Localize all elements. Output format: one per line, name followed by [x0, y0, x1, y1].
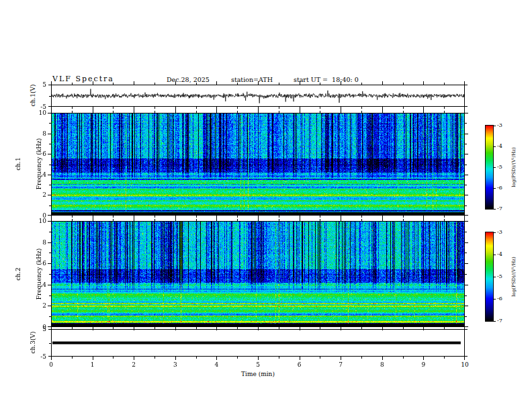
tick-label: 8 — [380, 362, 384, 368]
tick-mark — [48, 329, 51, 330]
tick-mark — [196, 111, 197, 113]
tick-mark — [49, 343, 51, 344]
tick-mark — [237, 107, 238, 109]
ch1-spectrogram-panel — [51, 113, 465, 216]
tick-mark — [465, 316, 467, 317]
tick-label: 4 — [215, 362, 219, 368]
tick-mark — [175, 326, 176, 329]
ch2-spectrogram-heatmap — [52, 222, 464, 326]
colorbar-ch2-label: log(PSD)/(V²/Hz) — [511, 257, 517, 296]
tick-mark — [465, 205, 467, 206]
tick-mark — [403, 107, 404, 109]
tick-mark — [465, 215, 468, 216]
ch1-wave-ylabel: ch.1(V) — [30, 85, 36, 107]
tick-mark — [361, 357, 362, 359]
tick-mark — [237, 83, 238, 85]
ch1-spectrogram-heatmap — [52, 113, 464, 215]
tick-mark — [49, 185, 51, 185]
colorbar-ch2 — [485, 232, 494, 322]
tick-mark — [465, 195, 468, 195]
tick-mark — [216, 218, 217, 221]
tick-mark — [279, 111, 279, 113]
tick-mark — [93, 326, 93, 329]
tick-mark — [216, 109, 217, 113]
tick-mark — [49, 123, 51, 124]
tick-label: 8 — [42, 131, 46, 137]
tick-mark — [444, 216, 445, 218]
tick-mark — [49, 205, 51, 206]
tick-mark — [279, 219, 279, 221]
tick-mark — [216, 326, 217, 329]
tick-mark — [423, 357, 424, 360]
tick-mark — [465, 253, 467, 253]
tick-mark — [72, 327, 73, 329]
tick-mark — [48, 175, 51, 175]
tick-mark — [175, 81, 176, 85]
tick-label: 2 — [42, 303, 46, 309]
tick-mark — [48, 215, 51, 216]
tick-mark — [93, 109, 93, 113]
tick-mark — [279, 216, 279, 218]
tick-mark — [237, 219, 238, 221]
tick-mark — [48, 106, 51, 107]
tick-mark — [320, 216, 320, 218]
tick-mark — [49, 144, 51, 144]
tick-mark — [48, 134, 51, 134]
tick-mark — [494, 232, 496, 233]
tick-label: 10 — [39, 110, 46, 116]
tick-mark — [403, 357, 404, 359]
tick-mark — [48, 85, 51, 85]
tick-mark — [113, 83, 114, 85]
plot-title: VLF Spectra — [52, 75, 114, 83]
tick-label: -5 — [40, 104, 46, 110]
tick-label: -6 — [497, 185, 502, 191]
tick-mark — [113, 327, 114, 329]
tick-mark — [258, 326, 259, 329]
tick-mark — [465, 295, 467, 296]
tick-mark — [72, 357, 73, 359]
tick-label: 9 — [422, 362, 426, 368]
tick-mark — [49, 232, 51, 232]
tick-mark — [382, 218, 383, 221]
tick-label: -5 — [497, 165, 502, 170]
tick-mark — [465, 185, 467, 185]
tick-mark — [300, 218, 300, 221]
tick-mark — [465, 154, 468, 154]
tick-mark — [465, 106, 468, 107]
tick-label: 4 — [42, 282, 46, 288]
tick-mark — [196, 327, 197, 329]
tick-label: -5 — [40, 354, 46, 360]
tick-mark — [48, 306, 51, 306]
tick-mark — [154, 219, 155, 221]
tick-mark — [403, 219, 404, 221]
tick-mark — [196, 107, 197, 109]
tick-mark — [341, 357, 341, 360]
tick-mark — [423, 109, 424, 113]
tick-mark — [279, 107, 279, 109]
tick-mark — [51, 357, 52, 360]
tick-mark — [175, 109, 176, 113]
tick-mark — [134, 357, 134, 360]
tick-label: 5 — [42, 326, 46, 332]
tick-label: -3 — [497, 230, 502, 235]
ch2-spec-ylabel: ch.2 Frequency (kHz) — [1, 248, 56, 300]
tick-mark — [175, 218, 176, 221]
tick-mark — [48, 285, 51, 285]
tick-mark — [465, 306, 468, 306]
tick-mark — [361, 216, 362, 218]
tick-mark — [465, 263, 468, 264]
tick-mark — [382, 326, 383, 329]
tick-mark — [403, 83, 404, 85]
tick-mark — [403, 216, 404, 218]
tick-mark — [134, 109, 134, 113]
tick-mark — [154, 327, 155, 329]
tick-mark — [465, 232, 467, 232]
tick-mark — [423, 326, 424, 329]
colorbar-ch2-gradient — [486, 232, 493, 321]
tick-mark — [196, 216, 197, 218]
ch1-spec-channel-label: ch.1 — [14, 138, 21, 190]
ch1-freq-axis-label: Frequency (kHz) — [35, 138, 42, 190]
tick-mark — [465, 134, 468, 134]
tick-mark — [51, 326, 52, 329]
tick-mark — [403, 327, 404, 329]
